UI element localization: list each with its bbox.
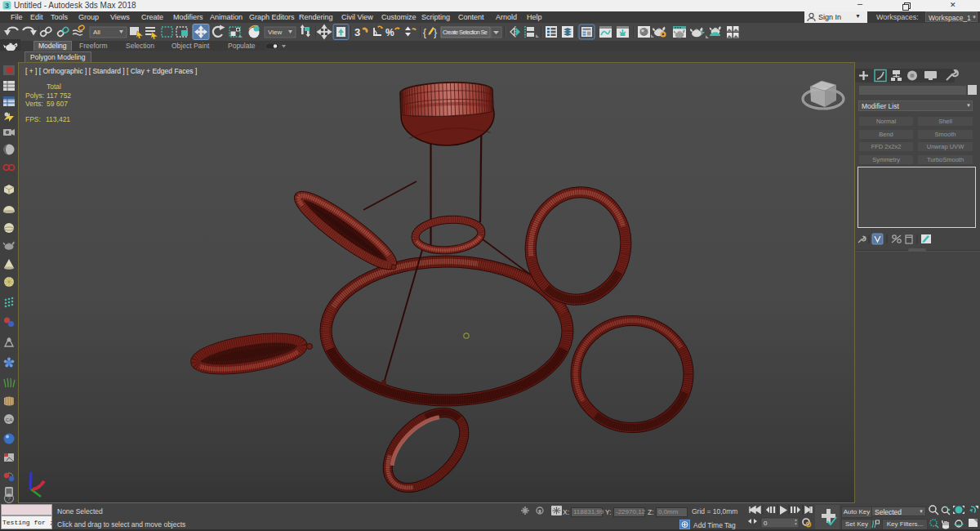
svg-text:117 752: 117 752	[47, 91, 71, 100]
svg-text:View: View	[268, 29, 282, 36]
svg-text:3: 3	[354, 26, 360, 38]
svg-text:%: %	[385, 27, 394, 38]
svg-text:Verts:: Verts:	[25, 100, 43, 108]
svg-text:59 607: 59 607	[47, 100, 68, 108]
svg-text:FPS:: FPS:	[25, 115, 41, 123]
svg-text:Polys:: Polys:	[25, 91, 44, 100]
svg-text:All: All	[93, 29, 100, 36]
svg-text:CA: CA	[6, 417, 12, 422]
svg-text:0: 0	[764, 520, 768, 527]
svg-text:3: 3	[5, 2, 9, 10]
svg-text:[ + ] [ Orthographic ] [ Stand: [ + ] [ Orthographic ] [ Standard ] [ Cl…	[25, 67, 197, 75]
svg-text:{: {	[423, 27, 426, 38]
svg-text:Total: Total	[47, 83, 61, 91]
svg-text:113,421: 113,421	[46, 115, 70, 123]
svg-text:Create Selection Se: Create Selection Se	[443, 29, 488, 36]
svg-text:?: ?	[7, 495, 11, 502]
svg-text:}: }	[434, 27, 437, 38]
